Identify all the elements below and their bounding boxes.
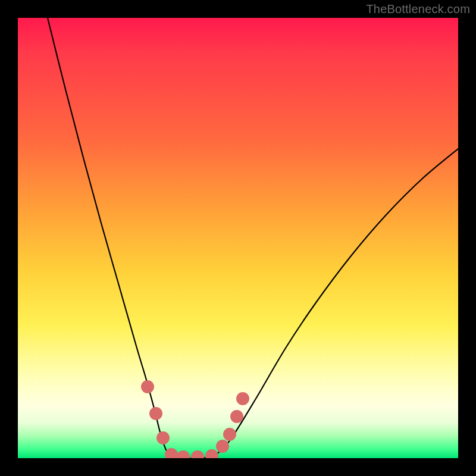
chart-frame: TheBottleneck.com — [0, 0, 476, 476]
marker-dot — [223, 428, 236, 441]
watermark-text: TheBottleneck.com — [366, 2, 470, 16]
marker-dot — [141, 380, 154, 393]
marker-dot — [149, 407, 162, 420]
bottleneck-curve — [48, 18, 458, 458]
highlight-markers — [141, 380, 249, 458]
marker-dot — [191, 450, 204, 458]
marker-dot — [156, 431, 170, 444]
plot-area — [18, 18, 458, 458]
curve-layer — [18, 18, 458, 458]
marker-dot — [216, 440, 229, 453]
marker-dot — [177, 450, 190, 458]
marker-dot — [205, 449, 218, 458]
marker-dot — [230, 410, 243, 423]
marker-dot — [165, 448, 178, 458]
marker-dot — [236, 392, 249, 405]
